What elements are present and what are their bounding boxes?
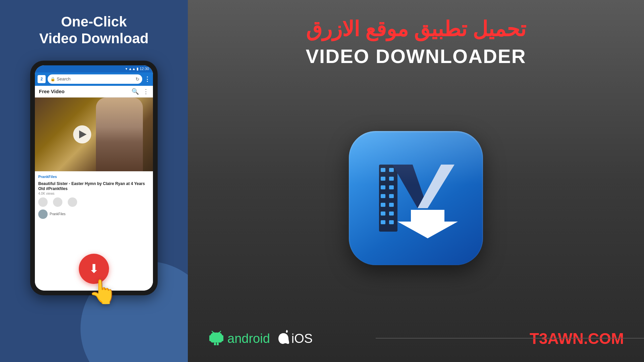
svg-rect-5	[381, 203, 385, 207]
hand-pointer: 👆	[88, 278, 117, 305]
right-header: تحميل تطبيق موقع الازرق VIDEO DOWNLOADER	[208, 17, 624, 67]
feed-area: PrankFiles Beautiful Sister - Easter Hym…	[35, 171, 153, 291]
feed-header: PrankFiles	[38, 175, 150, 179]
apple-logo-icon	[277, 329, 290, 348]
svg-marker-17	[397, 210, 458, 238]
left-panel: One-Click Video Download ▾ ▲▲ ▮ 12:30 2	[0, 0, 188, 362]
battery-icon: ▮	[137, 67, 139, 71]
user-row: PrankFiles	[38, 209, 150, 219]
share-action[interactable]	[53, 197, 62, 207]
svg-rect-13	[389, 212, 394, 216]
arabic-title: تحميل تطبيق موقع الازرق	[208, 17, 624, 42]
song-title: Beautiful Sister - Easter Hymn by Claire…	[38, 181, 150, 192]
more-icon[interactable]: ⋮	[143, 88, 149, 95]
play-button[interactable]	[73, 125, 91, 143]
svg-rect-10	[389, 185, 394, 189]
video-thumbnail	[35, 98, 153, 171]
tagline-line1: One-Click	[61, 14, 127, 29]
comment-action[interactable]	[68, 197, 77, 207]
user-avatar	[38, 209, 48, 219]
svg-rect-12	[389, 203, 394, 207]
ios-label: iOS	[291, 331, 313, 346]
phone-mockup: ▾ ▲▲ ▮ 12:30 2 🔒 Search ↻ ⋮	[30, 61, 158, 295]
view-count: 4.0K views	[38, 192, 150, 195]
app-tagline: One-Click Video Download	[39, 13, 149, 47]
page-title: Free Video	[39, 88, 64, 94]
app-icon-section	[349, 67, 483, 328]
browser-bar: 2 🔒 Search ↻ ⋮	[35, 72, 153, 86]
apple-svg	[277, 329, 290, 345]
android-logo-icon	[208, 328, 225, 349]
website-url[interactable]: T3AWN.COM	[530, 329, 624, 348]
svg-marker-16	[418, 165, 454, 208]
lock-icon: 🔒	[50, 77, 55, 81]
app-icon-svg	[369, 151, 463, 245]
svg-rect-22	[214, 343, 216, 345]
channel-name: PrankFiles	[38, 175, 57, 179]
search-text: Search	[57, 76, 134, 81]
browser-more-icon[interactable]: ⋮	[144, 75, 150, 83]
status-bar: ▾ ▲▲ ▮ 12:30	[35, 65, 153, 72]
android-label: android	[227, 331, 270, 346]
bottom-section: android iOS T3AWN.COM	[208, 328, 624, 349]
signal-icon: ▲▲	[128, 67, 136, 71]
svg-rect-8	[389, 168, 394, 172]
wifi-icon: ▾	[125, 67, 127, 71]
svg-rect-21	[221, 335, 223, 341]
browser-toolbar: Free Video 🔍 ⋮	[35, 86, 153, 98]
svg-rect-7	[381, 220, 385, 224]
tagline-line2: Video Download	[39, 31, 149, 46]
feed-actions	[38, 197, 150, 207]
svg-rect-3	[381, 185, 385, 189]
tab-count[interactable]: 2	[38, 75, 46, 83]
svg-rect-14	[389, 220, 394, 224]
like-action[interactable]	[38, 197, 48, 207]
svg-rect-23	[217, 343, 219, 345]
platform-badges: android iOS	[208, 328, 313, 349]
play-icon	[79, 130, 87, 138]
woman-figure	[93, 98, 143, 171]
time-display: 12:30	[140, 67, 149, 71]
like-icon	[38, 197, 48, 207]
share-icon	[53, 197, 62, 207]
svg-rect-11	[389, 194, 394, 198]
refresh-icon[interactable]: ↻	[136, 76, 140, 82]
ios-badge[interactable]: iOS	[273, 329, 313, 348]
svg-rect-2	[381, 177, 385, 181]
app-icon[interactable]	[349, 131, 483, 265]
search-icon[interactable]: 🔍	[131, 88, 139, 95]
phone-screen: ▾ ▲▲ ▮ 12:30 2 🔒 Search ↻ ⋮	[35, 65, 153, 291]
phone-outer-frame: ▾ ▲▲ ▮ 12:30 2 🔒 Search ↻ ⋮	[30, 61, 158, 295]
download-arrow-icon: ⬇	[89, 263, 99, 275]
english-subtitle: VIDEO DOWNLOADER	[208, 45, 624, 67]
search-bar[interactable]: 🔒 Search ↻	[48, 74, 142, 84]
android-badge[interactable]: android	[208, 328, 270, 349]
video-bg	[35, 98, 153, 171]
status-icons: ▾ ▲▲ ▮ 12:30	[125, 67, 149, 71]
svg-rect-9	[389, 177, 394, 181]
separator-line	[376, 338, 644, 339]
body	[96, 98, 143, 171]
toolbar-icons: 🔍 ⋮	[131, 88, 149, 95]
username: PrankFiles	[50, 212, 65, 216]
svg-rect-20	[209, 335, 211, 341]
svg-rect-1	[381, 168, 385, 172]
right-panel: تحميل تطبيق موقع الازرق VIDEO DOWNLOADER	[188, 0, 644, 362]
svg-rect-6	[381, 212, 385, 216]
comment-icon	[68, 197, 77, 207]
android-svg	[208, 328, 225, 345]
svg-rect-4	[381, 194, 385, 198]
